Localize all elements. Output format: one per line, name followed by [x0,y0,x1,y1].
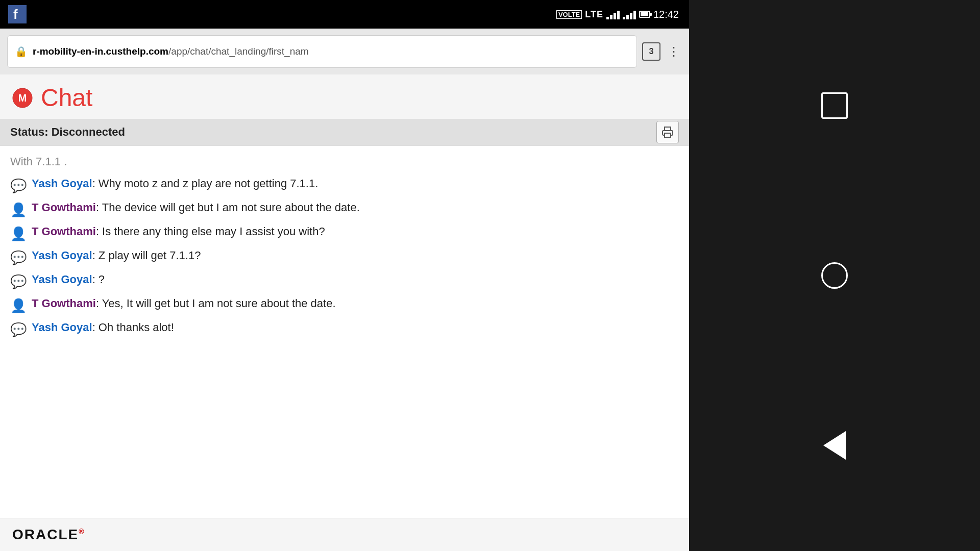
time-display: 12:42 [653,9,679,20]
list-item: 💬 Yash Goyal: Why moto z and z play are … [10,175,679,196]
url-path: /app/chat/chat_landing/first_nam [168,46,309,57]
chat-header: M Chat [0,74,689,119]
recents-icon [821,92,848,119]
avatar-gowthami-2: 👤 [10,224,27,244]
message-body: : The device will get but I am not sure … [96,201,360,214]
url-text: r-mobility-en-in.custhelp.com/app/chat/c… [33,46,629,57]
tab-count-badge[interactable]: 3 [642,42,660,61]
signal-bar-3 [614,13,616,19]
avatar-yash-1: 💬 [10,176,27,196]
battery-fill [641,12,648,16]
sender-name: Yash Goyal [32,177,92,190]
message-text: T Gowthami: Yes, It will get but I am no… [32,295,336,312]
list-item: 💬 Yash Goyal: ? [10,271,679,292]
signal-icon-2 [623,9,636,19]
list-item: 💬 Yash Goyal: Oh thanks alot! [10,319,679,340]
message-body: : Is there any thing else may I assist y… [96,225,325,238]
list-item: 💬 Yash Goyal: Z play will get 7.1.1? [10,247,679,268]
lte-text: LTE [585,9,603,20]
message-body: : Why moto z and z play are not getting … [92,177,318,190]
message-text: Yash Goyal: Why moto z and z play are no… [32,175,318,192]
url-bar[interactable]: 🔒 r-mobility-en-in.custhelp.com/app/chat… [7,35,637,68]
signal-bar-4 [617,11,620,19]
message-text: T Gowthami: The device will get but I am… [32,199,360,216]
sender-name: T Gowthami [32,225,96,238]
message-body: : Yes, It will get but I am not sure abo… [96,297,336,310]
svg-text:M: M [18,92,27,104]
status-label: Status: Disconnected [10,126,125,139]
page-content: M Chat Status: Disconnected With 7.1.1 . [0,74,689,551]
signal-bar-5 [623,17,625,19]
page-title: Chat [41,84,92,112]
sender-name: Yash Goyal [32,249,92,262]
sender-name: Yash Goyal [32,273,92,286]
message-body: : Oh thanks alot! [92,321,174,334]
message-text: Yash Goyal: ? [32,271,105,288]
recents-button[interactable] [814,85,855,126]
sender-name: Yash Goyal [32,321,92,334]
chat-messages-container: With 7.1.1 . 💬 Yash Goyal: Why moto z an… [0,145,689,518]
avatar-gowthami-3: 👤 [10,296,27,316]
sender-name: T Gowthami [32,297,96,310]
back-icon [823,431,846,460]
home-button[interactable] [814,255,855,296]
volte-badge: VOLTE [556,10,582,19]
avatar-yash-2: 💬 [10,248,27,268]
message-body: : Z play will get 7.1.1? [92,249,201,262]
motorola-logo: M [12,88,33,108]
signal-bar-2 [610,15,612,19]
oracle-logo: ORACLE® [12,527,85,542]
nav-sidebar [689,0,980,551]
signal-bar-1 [606,17,609,19]
svg-rect-4 [665,133,671,137]
status-bar: f VOLTE LTE 12:42 [0,0,689,29]
print-button[interactable] [656,121,679,143]
connection-status-bar: Status: Disconnected [0,119,689,145]
browser-bar: 🔒 r-mobility-en-in.custhelp.com/app/chat… [0,29,689,74]
avatar-yash-4: 💬 [10,320,27,340]
avatar-gowthami-1: 👤 [10,200,27,220]
signal-icon-1 [606,9,620,19]
back-button[interactable] [814,425,855,466]
signal-bar-8 [633,11,636,19]
lock-icon: 🔒 [15,45,28,58]
sender-name: T Gowthami [32,201,96,214]
facebook-icon: f [8,5,27,23]
avatar-yash-3: 💬 [10,272,27,292]
list-item: 👤 T Gowthami: Yes, It will get but I am … [10,295,679,316]
svg-text:f: f [13,7,18,22]
url-domain: r-mobility-en-in.custhelp.com [33,46,168,57]
message-body: : ? [92,273,105,286]
status-bar-right: VOLTE LTE 12:42 [556,9,679,20]
phone-screen: f VOLTE LTE 12:42 [0,0,689,551]
signal-bar-7 [630,13,632,19]
oracle-footer: ORACLE® [0,518,689,551]
signal-bar-6 [626,15,629,19]
battery-icon [639,11,650,18]
home-icon [821,262,848,289]
browser-menu-button[interactable]: ⋮ [666,44,682,59]
truncated-message: With 7.1.1 . [10,151,67,172]
message-text: Yash Goyal: Oh thanks alot! [32,319,174,336]
list-item: 👤 T Gowthami: Is there any thing else ma… [10,223,679,244]
message-text: T Gowthami: Is there any thing else may … [32,223,325,240]
list-item: With 7.1.1 . [10,151,679,172]
list-item: 👤 T Gowthami: The device will get but I … [10,199,679,220]
message-text: Yash Goyal: Z play will get 7.1.1? [32,247,201,264]
